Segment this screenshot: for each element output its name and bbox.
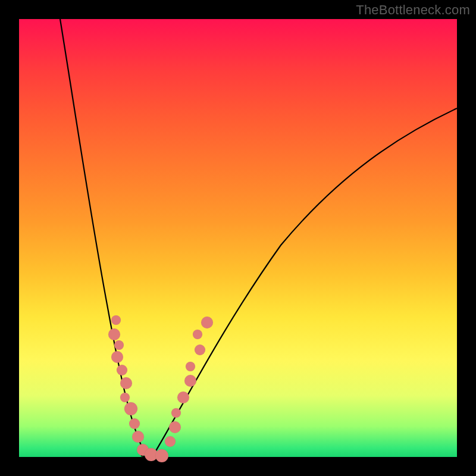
svg-point-16 xyxy=(177,392,189,403)
bottleneck-curve xyxy=(19,19,457,457)
svg-point-19 xyxy=(195,345,205,355)
svg-point-6 xyxy=(120,393,130,402)
svg-point-5 xyxy=(120,377,132,389)
svg-point-7 xyxy=(124,402,137,415)
chart-plot-area xyxy=(19,19,457,457)
svg-point-15 xyxy=(171,408,181,418)
svg-point-2 xyxy=(114,340,124,350)
curve-left xyxy=(60,19,147,457)
watermark-text: TheBottleneck.com xyxy=(356,2,470,18)
chart-frame: TheBottleneck.com xyxy=(0,0,476,476)
svg-point-20 xyxy=(193,330,202,339)
svg-point-12 xyxy=(155,449,168,462)
svg-point-8 xyxy=(129,418,140,429)
svg-point-18 xyxy=(186,362,195,371)
svg-point-0 xyxy=(111,315,121,325)
curve-data-dots xyxy=(108,315,213,462)
svg-point-14 xyxy=(169,421,181,433)
svg-point-3 xyxy=(111,351,123,363)
svg-point-1 xyxy=(108,328,120,340)
svg-point-4 xyxy=(117,365,127,375)
svg-point-21 xyxy=(201,317,213,328)
svg-point-13 xyxy=(165,436,176,447)
curve-right xyxy=(153,108,457,456)
svg-point-9 xyxy=(132,431,144,443)
svg-point-17 xyxy=(184,375,196,387)
